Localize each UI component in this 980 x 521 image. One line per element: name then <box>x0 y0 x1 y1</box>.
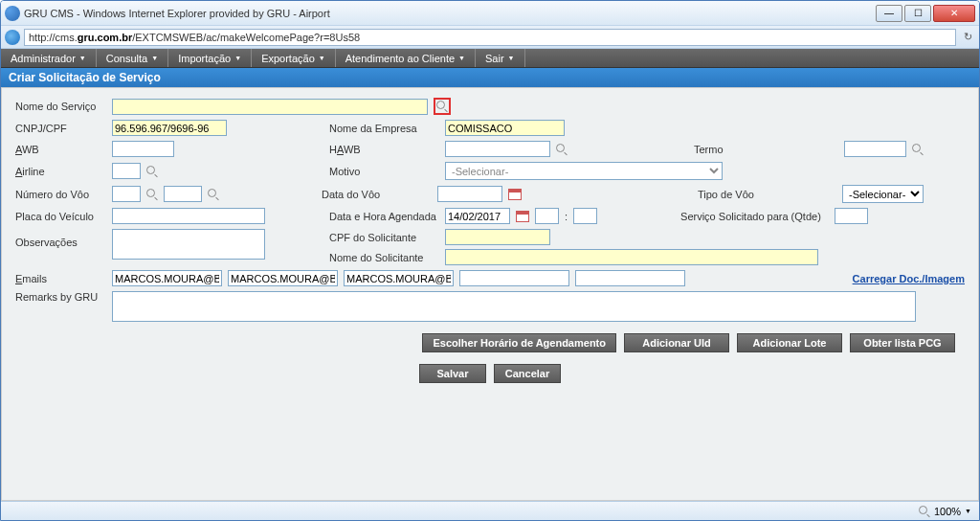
carregar-doc-link[interactable]: Carregar Doc./Imagem <box>853 273 965 284</box>
nome-empresa-input[interactable] <box>445 120 565 136</box>
numero-voo-b-input[interactable] <box>164 186 202 202</box>
zoom-icon[interactable] <box>919 506 930 517</box>
label-nome-solicitante: Nome do Solicitante <box>329 252 439 263</box>
label-awb: AWB <box>15 144 106 155</box>
menu-atendimento[interactable]: Atendimento ao Cliente▼ <box>336 49 476 67</box>
email3-input[interactable] <box>344 270 454 286</box>
label-hawb: HAWB <box>329 144 439 155</box>
url-prefix: http://cms. <box>29 32 78 43</box>
motivo-select[interactable]: -Selecionar- <box>445 162 723 180</box>
data-voo-input[interactable] <box>437 186 502 202</box>
menu-administrador[interactable]: Administrador▼ <box>1 49 97 67</box>
action-buttons-row2: Salvar Cancelar <box>15 364 965 383</box>
label-nome-empresa: Nome da Empresa <box>329 123 439 134</box>
adicionar-uld-button[interactable]: Adicionar Uld <box>624 333 729 352</box>
address-bar: http://cms.gru.com.br/EXTCMSWEB/ac/makeW… <box>1 26 979 49</box>
menu-sair[interactable]: Sair▼ <box>476 49 525 67</box>
label-observacoes: Observações <box>15 229 106 248</box>
window-titlebar: GRU CMS - Windows Internet Explorer prov… <box>1 1 979 26</box>
email1-input[interactable] <box>112 270 222 286</box>
email4-input[interactable] <box>459 270 569 286</box>
menu-bar: Administrador▼ Consulta▼ Importação▼ Exp… <box>1 49 979 68</box>
search-icon[interactable] <box>556 144 568 155</box>
label-cpf-solicitante: CPF do Solicitante <box>329 232 439 243</box>
label-remarks: Remarks by GRU <box>15 291 106 303</box>
search-icon[interactable] <box>208 189 219 200</box>
menu-exportacao[interactable]: Exportação▼ <box>252 49 336 67</box>
close-button[interactable]: ✕ <box>933 5 975 22</box>
email2-input[interactable] <box>228 270 338 286</box>
menu-importacao[interactable]: Importação▼ <box>168 49 252 67</box>
url-path: /EXTCMSWEB/ac/makeWelcomePage?r=8Us58 <box>132 32 360 43</box>
salvar-button[interactable]: Salvar <box>419 364 486 383</box>
email5-input[interactable] <box>575 270 685 286</box>
form-content: Nome do Serviço CNPJ/CPF Nome da Empresa… <box>1 87 979 501</box>
time-colon: : <box>565 211 568 222</box>
observacoes-input[interactable] <box>112 229 265 260</box>
escolher-horario-button[interactable]: Escolher Horário de Agendamento <box>422 333 616 352</box>
label-numero-voo: Número do Vôo <box>15 189 106 200</box>
adicionar-lote-button[interactable]: Adicionar Lote <box>737 333 842 352</box>
search-icon[interactable] <box>146 166 158 177</box>
url-input[interactable]: http://cms.gru.com.br/EXTCMSWEB/ac/makeW… <box>24 29 956 46</box>
numero-voo-a-input[interactable] <box>112 186 141 202</box>
label-qtde: Serviço Solicitado para (Qtde) <box>680 211 829 222</box>
url-domain: gru.com.br <box>78 32 132 43</box>
calendar-icon[interactable] <box>508 189 522 200</box>
label-placa: Placa do Veículo <box>15 211 106 222</box>
page-title: Criar Solicitação de Serviço <box>1 68 979 87</box>
ie-icon <box>5 30 20 45</box>
nome-servico-search-highlight <box>434 98 451 115</box>
favicon-icon <box>5 6 20 21</box>
termo-input[interactable] <box>844 141 906 157</box>
obter-pcg-button[interactable]: Obter lista PCG <box>850 333 955 352</box>
label-motivo: Motivo <box>329 166 439 177</box>
label-cnpj: CNPJ/CPF <box>15 123 106 134</box>
placa-input[interactable] <box>112 208 265 224</box>
label-tipo-voo: Tipo de Vôo <box>698 189 836 200</box>
label-data-hora: Data e Hora Agendada <box>329 211 439 222</box>
label-airline: Airline <box>15 166 106 177</box>
search-icon[interactable] <box>436 101 448 112</box>
zoom-level: 100% <box>934 506 961 517</box>
data-agendada-input[interactable] <box>445 208 510 224</box>
hora-h-input[interactable] <box>535 208 559 224</box>
menu-consulta[interactable]: Consulta▼ <box>97 49 168 67</box>
label-nome-servico: Nome do Serviço <box>15 101 106 112</box>
window-title: GRU CMS - Windows Internet Explorer prov… <box>24 8 876 19</box>
nome-solicitante-input[interactable] <box>445 249 818 265</box>
qtde-input[interactable] <box>835 208 868 224</box>
refresh-icon[interactable]: ↻ <box>960 30 975 45</box>
calendar-icon[interactable] <box>516 211 529 222</box>
search-icon[interactable] <box>146 189 158 200</box>
awb-input[interactable] <box>112 141 174 157</box>
remarks-input[interactable] <box>112 291 916 322</box>
tipo-voo-select[interactable]: -Selecionar- <box>842 185 924 203</box>
label-termo: Termo <box>694 144 790 155</box>
nome-servico-input[interactable] <box>112 99 428 115</box>
status-bar: 100% ▼ <box>1 501 979 520</box>
cpf-solicitante-input[interactable] <box>445 229 550 245</box>
hawb-input[interactable] <box>445 141 550 157</box>
cnpj-input[interactable] <box>112 120 227 136</box>
maximize-button[interactable]: ☐ <box>904 5 931 22</box>
label-emails: Emails <box>15 273 106 284</box>
zoom-dropdown-icon[interactable]: ▼ <box>965 508 971 514</box>
airline-input[interactable] <box>112 163 141 179</box>
search-icon[interactable] <box>912 144 924 155</box>
label-data-voo: Data do Vôo <box>322 189 432 200</box>
action-buttons-row1: Escolher Horário de Agendamento Adiciona… <box>15 333 965 352</box>
minimize-button[interactable]: — <box>876 5 902 22</box>
cancelar-button[interactable]: Cancelar <box>494 364 561 383</box>
hora-m-input[interactable] <box>573 208 597 224</box>
